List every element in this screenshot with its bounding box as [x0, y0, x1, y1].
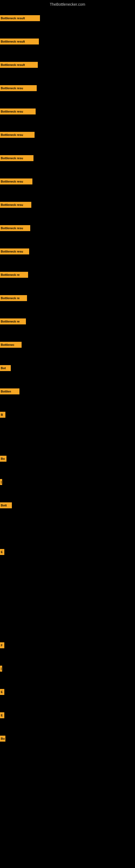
site-title: TheBottlenecker.com	[0, 0, 135, 9]
bottleneck-bar-26: E	[0, 712, 4, 718]
bottleneck-bar-13: Bottleneck re	[0, 295, 27, 301]
bottleneck-bar-3: Bottleneck result	[0, 62, 38, 68]
bottleneck-bar-24: |	[0, 665, 2, 672]
bottleneck-bar-6: Bottleneck resu	[0, 132, 35, 138]
bottleneck-bar-18: B	[0, 412, 5, 418]
bottleneck-bar-2: Bottleneck result	[0, 38, 39, 44]
bottleneck-bar-16: Bot	[0, 365, 11, 371]
bottleneck-bar-10: Bottleneck resu	[0, 225, 30, 231]
bottleneck-bar-27: Bo	[0, 736, 5, 742]
bottleneck-bar-15: Bottlenec	[0, 342, 21, 348]
bottleneck-bar-22: E	[0, 549, 4, 555]
bottleneck-bar-8: Bottleneck resu	[0, 179, 32, 184]
bottleneck-bar-4: Bottleneck resu	[0, 85, 37, 91]
bottleneck-bar-1: Bottleneck result	[0, 15, 40, 21]
bottleneck-bar-5: Bottleneck resu	[0, 108, 36, 115]
bottleneck-bar-21: Bott	[0, 502, 12, 508]
bottleneck-bar-20: |	[0, 479, 2, 485]
bottleneck-bar-11: Bottleneck resu	[0, 248, 29, 254]
bottleneck-bar-25: E	[0, 689, 4, 695]
bottleneck-bar-17: Bottlen	[0, 389, 19, 394]
bottleneck-bar-19: Bo	[0, 456, 6, 462]
bottleneck-bar-14: Bottleneck re	[0, 318, 26, 324]
bottleneck-bar-23: F	[0, 642, 4, 648]
bottleneck-bar-12: Bottleneck re	[0, 272, 28, 278]
bottleneck-bar-9: Bottleneck resu	[0, 202, 31, 208]
bottleneck-bar-7: Bottleneck resu	[0, 155, 34, 161]
